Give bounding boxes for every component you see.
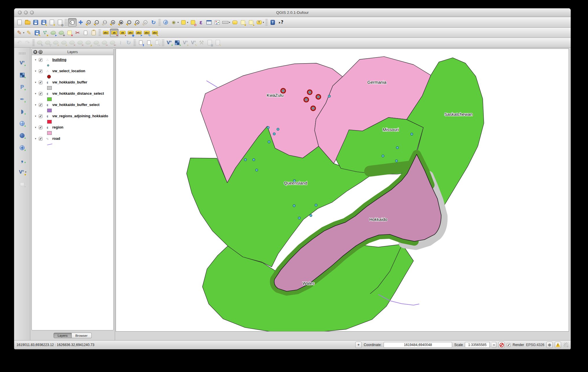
undo-button[interactable]: ↶	[15, 38, 23, 47]
whats-this-button[interactable]: ?	[277, 18, 285, 27]
zoom-window-button[interactable]	[30, 11, 34, 14]
pan-map-button[interactable]	[68, 18, 77, 27]
layer-item-building[interactable]: ▼✓∴building	[32, 57, 113, 63]
stack-up-button[interactable]: ⬆	[137, 38, 145, 47]
redo-button[interactable]: ↷	[23, 38, 32, 47]
add-raster-layer-button[interactable]: +	[18, 71, 26, 79]
panel-close-icon[interactable]: ✕	[33, 50, 37, 54]
resize-grip[interactable]	[564, 343, 568, 347]
add-delimited-text-layer-button[interactable]: ❟+	[18, 156, 26, 164]
add-wms-layer-button[interactable]: +	[18, 119, 26, 128]
grass-tools-button[interactable]: ⚒	[197, 38, 206, 47]
expand-arrow-icon[interactable]: ▼	[34, 137, 37, 140]
help-contents-button[interactable]: ?	[269, 18, 277, 27]
text-annotation-button[interactable]: T▾	[255, 18, 265, 27]
expand-arrow-icon[interactable]: ▼	[34, 115, 37, 118]
node-tool-button[interactable]: ✛	[57, 29, 65, 37]
show-bookmarks-button[interactable]: ▸	[247, 18, 255, 27]
select-by-expression-button[interactable]: ε	[197, 18, 205, 27]
layer-visibility-checkbox[interactable]: ✓	[39, 137, 42, 141]
add-vector-layer-button[interactable]: V°+	[18, 59, 26, 67]
add-wcs-layer-button[interactable]: +	[18, 131, 26, 140]
expand-arrow-icon[interactable]: ▼	[34, 126, 37, 129]
save-project-as-button[interactable]: ✎	[40, 18, 48, 27]
panel-float-icon[interactable]: ❐	[38, 50, 42, 54]
fill-ring-button[interactable]: ◢	[84, 38, 92, 47]
zoom-next-button[interactable]: ▸	[141, 18, 149, 27]
expand-arrow-icon[interactable]: ▼	[34, 104, 37, 106]
measure-button[interactable]: ▾	[221, 18, 231, 27]
rotate-point-symbols-button[interactable]: ↻	[125, 38, 133, 47]
add-ring-button[interactable]: ★	[52, 38, 60, 47]
reshape-features-button[interactable]: ▭	[92, 38, 100, 47]
label-selected-button[interactable]: ab●	[110, 29, 119, 37]
change-label-button[interactable]: abc✎	[151, 29, 159, 37]
expand-arrow-icon[interactable]: ▼	[34, 92, 37, 95]
coordinate-input[interactable]	[384, 342, 452, 348]
layer-item-vw_hokkaido_buffer_select[interactable]: ▼✓◖vw_hokkaido_buffer_select	[32, 102, 113, 108]
expand-arrow-icon[interactable]: ▼	[34, 59, 37, 61]
save-layer-edits-button[interactable]: ✎	[33, 29, 41, 37]
stack-remove-button[interactable]: −	[153, 38, 161, 47]
new-shapefile-alt-button[interactable]: V°★	[181, 38, 189, 47]
layer-item-vw_regions_adjoining_hokkaido[interactable]: ▼✓◖vw_regions_adjoining_hokkaido	[32, 113, 113, 119]
add-mssql-layer-button[interactable]: ◗+	[18, 107, 26, 116]
scale-combo[interactable]: 1:33565585	[465, 342, 490, 348]
layer-item-road[interactable]: ▼✓∿road	[32, 136, 113, 142]
save-project-button[interactable]	[32, 18, 40, 27]
remove-layer-group-button[interactable]: −	[18, 180, 26, 188]
zoom-in-button[interactable]: +	[85, 18, 93, 27]
panel-tab-browser[interactable]: Browser	[72, 333, 92, 338]
map-canvas[interactable]: KwaZuluGermaniaSaskatchewanMissouriQueen…	[116, 49, 569, 332]
expand-arrow-icon[interactable]: ▼	[34, 70, 37, 72]
layer-visibility-checkbox[interactable]: ✓	[39, 103, 42, 107]
layer-visibility-checkbox[interactable]: ✓	[39, 81, 42, 84]
title-bar[interactable]: QGIS 2.0.1-Dufour	[14, 8, 571, 17]
copy-features-button[interactable]	[82, 29, 90, 37]
simplify-feature-button[interactable]: ▽	[44, 38, 52, 47]
identify-features-button[interactable]: i	[162, 18, 170, 27]
grass-region-button[interactable]: ▦	[206, 38, 214, 47]
delete-ring-button[interactable]: ✕	[68, 38, 76, 47]
attribute-table-button[interactable]	[205, 18, 213, 27]
layer-visibility-checkbox[interactable]: ✓	[39, 58, 42, 62]
edit-shapefile-alt-button[interactable]: V°✎	[189, 38, 197, 47]
stack-star-button[interactable]: ★	[145, 38, 153, 47]
add-postgis-layer-button[interactable]: P+	[18, 83, 26, 91]
select-features-button[interactable]: ▾	[179, 18, 189, 27]
zoom-to-selection-button[interactable]: ▣	[117, 18, 125, 27]
pan-to-selection-button[interactable]: ✚	[77, 18, 85, 27]
log-messages-icon[interactable]	[555, 342, 561, 348]
new-bookmark-button[interactable]: ★	[239, 18, 247, 27]
move-feature-button[interactable]: ➤	[49, 29, 57, 37]
map-tips-button[interactable]	[231, 18, 239, 27]
zoom-to-layer-button[interactable]: ▢	[125, 18, 133, 27]
layer-item-vw_hokkaido_distance_select[interactable]: ▼✓◖vw_hokkaido_distance_select	[32, 91, 113, 96]
refresh-map-button[interactable]: ↻	[149, 18, 158, 27]
new-shapefile-layer-button[interactable]: V°★▾	[17, 168, 27, 176]
current-edits-button[interactable]: ✎▾	[15, 29, 25, 37]
layer-visibility-checkbox[interactable]: ✓	[39, 114, 42, 118]
layer-item-region[interactable]: ▼✓◖region	[32, 124, 113, 130]
zoom-full-button[interactable]: ◈	[109, 18, 117, 27]
paste-features-button[interactable]	[90, 29, 98, 37]
zoom-out-button[interactable]: −	[93, 18, 101, 27]
layer-item-vw_select_location[interactable]: ▼✓∴vw_select_location	[32, 68, 113, 74]
composer-manager-button[interactable]: ◎	[56, 18, 64, 27]
move-label-button[interactable]: abc➤	[135, 29, 143, 37]
layer-visibility-checkbox[interactable]: ✓	[39, 69, 42, 73]
grass-edit-button[interactable]: ✎	[214, 38, 222, 47]
zoom-native-button[interactable]: 1:1	[101, 18, 109, 27]
crs-status-icon[interactable]: ⊕	[546, 342, 553, 348]
add-spatialite-layer-button[interactable]: ✒+	[18, 95, 26, 103]
add-raster-layer-alt-button[interactable]: +	[173, 38, 181, 47]
labeling-button[interactable]: abc	[102, 29, 110, 37]
expand-arrow-icon[interactable]: ▼	[34, 81, 37, 84]
delete-selected-button[interactable]: ✕	[65, 29, 73, 37]
add-feature-button[interactable]: ★	[41, 29, 49, 37]
extents-toggle-icon[interactable]: ⌖	[355, 342, 362, 348]
deselect-features-button[interactable]: ∅	[189, 18, 197, 27]
panel-tab-layers[interactable]: Layers	[53, 333, 72, 338]
split-features-button[interactable]: ✂	[100, 38, 108, 47]
cut-features-button[interactable]: ✂	[73, 29, 82, 37]
